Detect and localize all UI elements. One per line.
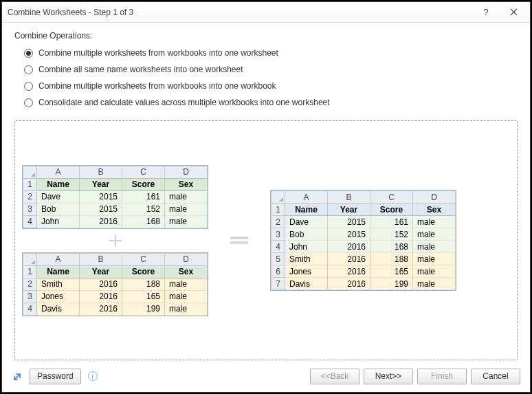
- table-header-cell: Year: [80, 178, 122, 190]
- table-header-cell: Name: [285, 204, 328, 216]
- table-cell: 199: [122, 303, 165, 315]
- table-cell: 2015: [328, 216, 370, 228]
- preview-panel: ABCD1NameYearScoreSex2Dave2015161male3Bo…: [14, 120, 518, 360]
- next-button[interactable]: Next>>: [364, 369, 413, 384]
- radio-indicator: [24, 65, 33, 74]
- table-cell: male: [165, 203, 208, 215]
- table-cell: 168: [370, 241, 413, 253]
- table-cell: male: [165, 278, 208, 290]
- table-cell: 165: [122, 290, 165, 303]
- table-cell: 152: [122, 203, 165, 215]
- table-header-cell: Year: [80, 265, 122, 278]
- finish-button[interactable]: Finish: [417, 369, 467, 384]
- radio-option-2[interactable]: Combine multiple worksheets from workboo…: [24, 78, 518, 94]
- close-button[interactable]: [500, 3, 527, 22]
- table-cell: Davis: [285, 278, 328, 290]
- table-cell: Bob: [285, 228, 328, 241]
- radio-label: Consolidate and calculate values across …: [38, 98, 330, 107]
- column-header: B: [328, 191, 370, 204]
- column-header: D: [413, 191, 456, 204]
- table-cell: Dave: [285, 216, 328, 228]
- table-cell: male: [165, 290, 208, 303]
- table-cell: 2016: [80, 278, 122, 290]
- table-header-cell: Name: [37, 178, 80, 190]
- radio-option-1[interactable]: Combine all same name worksheets into on…: [24, 61, 518, 78]
- radio-group: Combine multiple worksheets from workboo…: [24, 45, 518, 111]
- column-header: C: [122, 166, 165, 178]
- radio-label: Combine multiple worksheets from workboo…: [38, 81, 276, 91]
- table-cell: male: [165, 215, 208, 228]
- dialog-title: Combine Worksheets - Step 1 of 3: [8, 8, 472, 17]
- table-cell: Jones: [37, 290, 80, 303]
- table-cell: 2016: [328, 278, 370, 290]
- sheet-1: ABCD1NameYearScoreSex2Dave2015161male3Bo…: [22, 165, 208, 229]
- table-cell: male: [165, 190, 208, 203]
- table-cell: male: [165, 303, 208, 315]
- table-cell: 2015: [80, 203, 122, 215]
- table-cell: 188: [122, 278, 165, 290]
- radio-label: Combine multiple worksheets from workboo…: [38, 48, 278, 58]
- group-label: Combine Operations:: [14, 31, 518, 41]
- table-cell: Smith: [285, 253, 328, 265]
- table-cell: 165: [370, 265, 413, 278]
- table-cell: 2016: [80, 290, 122, 303]
- table-cell: Bob: [37, 203, 80, 215]
- table-header-cell: Sex: [165, 265, 208, 278]
- back-button[interactable]: <<Back: [310, 369, 359, 384]
- table-cell: male: [413, 216, 456, 228]
- table-cell: 188: [370, 253, 413, 265]
- help-button[interactable]: ?: [472, 3, 500, 22]
- table-cell: male: [413, 265, 456, 278]
- table-header-cell: Score: [370, 204, 413, 216]
- table-cell: 199: [370, 278, 413, 290]
- column-header: B: [80, 166, 122, 178]
- info-icon[interactable]: i: [88, 371, 98, 381]
- radio-option-3[interactable]: Consolidate and calculate values across …: [24, 94, 518, 111]
- table-cell: male: [413, 253, 456, 265]
- table-cell: 2016: [80, 215, 122, 228]
- table-cell: 152: [370, 228, 413, 241]
- table-cell: Davis: [37, 303, 80, 315]
- table-cell: Dave: [37, 190, 80, 203]
- radio-option-0[interactable]: Combine multiple worksheets from workboo…: [24, 45, 518, 61]
- table-cell: John: [285, 241, 328, 253]
- table-cell: 2015: [328, 228, 370, 241]
- radio-label: Combine all same name worksheets into on…: [38, 65, 243, 74]
- equals-icon: [208, 234, 270, 246]
- dialog: Combine Worksheets - Step 1 of 3 ? Combi…: [1, 1, 531, 393]
- table-header-cell: Name: [37, 265, 80, 278]
- table-cell: 161: [122, 190, 165, 203]
- table-cell: 2016: [80, 303, 122, 315]
- table-cell: Smith: [37, 278, 80, 290]
- radio-indicator: [24, 98, 33, 107]
- radio-indicator: [24, 82, 33, 91]
- table-cell: male: [413, 228, 456, 241]
- table-header-cell: Sex: [165, 178, 208, 190]
- radio-indicator: [24, 49, 33, 58]
- column-header: D: [165, 166, 208, 178]
- password-button[interactable]: Password: [30, 369, 81, 384]
- dialog-body: Combine Operations: Combine multiple wor…: [2, 23, 530, 360]
- table-header-cell: Sex: [413, 204, 456, 216]
- table-header-cell: Score: [122, 265, 165, 278]
- table-cell: 2016: [328, 265, 370, 278]
- sheet-3: ABCD1NameYearScoreSex2Dave2015161male3Bo…: [270, 190, 456, 291]
- column-header: D: [165, 253, 208, 265]
- table-cell: 2015: [80, 190, 122, 203]
- column-header: B: [80, 253, 122, 265]
- table-cell: 2016: [328, 253, 370, 265]
- table-cell: 161: [370, 216, 413, 228]
- table-header-cell: Score: [122, 178, 165, 190]
- footer: Password i <<Back Next>> Finish Cancel: [2, 360, 530, 392]
- table-cell: 2016: [328, 241, 370, 253]
- cancel-button[interactable]: Cancel: [471, 369, 520, 384]
- close-icon: [510, 8, 518, 16]
- plus-icon: [102, 229, 129, 252]
- share-icon[interactable]: [12, 370, 24, 382]
- titlebar: Combine Worksheets - Step 1 of 3 ?: [2, 2, 530, 23]
- table-cell: male: [413, 278, 456, 290]
- table-cell: Jones: [285, 265, 328, 278]
- table-cell: male: [413, 241, 456, 253]
- column-header: A: [37, 253, 80, 265]
- table-cell: 168: [122, 215, 165, 228]
